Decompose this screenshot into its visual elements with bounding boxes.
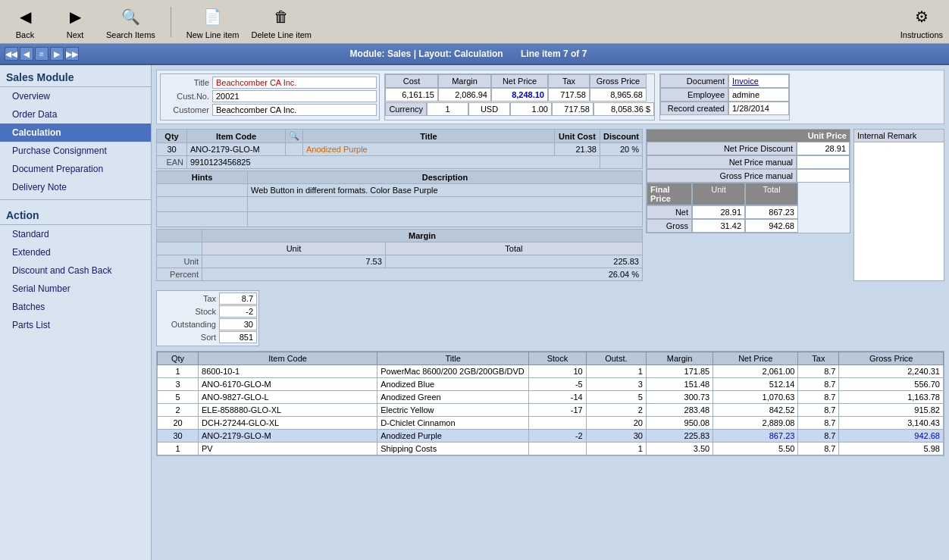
internal-remark-label: Internal Remark — [854, 130, 944, 142]
discount-header: Discount — [600, 130, 642, 143]
nav-next[interactable]: ▶ — [50, 47, 64, 61]
sidebar-item-delivery[interactable]: Delivery Note — [0, 178, 151, 196]
sidebar-item-partslist[interactable]: Parts List — [0, 316, 151, 334]
table-row[interactable]: 2ELE-858880-GLO-XLElectric Yellow-172283… — [158, 404, 944, 417]
cost-header: Cost — [385, 74, 438, 88]
module-layout: Module: Sales | Layout: Calculation — [350, 48, 503, 59]
delete-button[interactable]: Delete Line item — [252, 5, 312, 39]
custno-label: Cust.No. — [163, 92, 212, 101]
qty-value: 30 — [157, 143, 187, 156]
col-margin: Margin — [646, 352, 713, 365]
unitcost-value: 21.38 — [554, 143, 600, 156]
grossprice-header: Gross Price — [590, 74, 647, 88]
delete-label: Delete Line item — [252, 30, 312, 39]
sidebar-item-orderdata[interactable]: Order Data — [0, 105, 151, 124]
table-row[interactable]: 1PVShipping Costs13.505.508.75.98 — [158, 443, 944, 455]
customer-value: Beachcomber CA Inc. — [212, 104, 377, 116]
sidebar-item-serial[interactable]: Serial Number — [0, 280, 151, 298]
outstanding-input[interactable] — [219, 318, 257, 330]
grossprice-manual-label: Gross Price manual — [647, 169, 797, 183]
back-icon — [11, 5, 39, 29]
search-button[interactable]: Search Items — [106, 5, 155, 39]
ean-value: 9910123456825 — [187, 156, 600, 169]
document-value[interactable]: Invoice — [728, 74, 789, 88]
currency-label: Currency — [385, 102, 427, 116]
title-label: Title — [163, 78, 212, 87]
bottom-table: Qty Item Code Title Stock Outst. Margin … — [157, 352, 944, 455]
final-total-header: Total — [745, 183, 798, 205]
table-row[interactable]: 3ANO-6170-GLO-MAnodized Blue-53151.48512… — [158, 378, 944, 391]
main-layout: Sales Module Overview Order Data Calcula… — [0, 65, 949, 560]
hints-value3 — [157, 212, 248, 227]
currency-grid: Currency 1 USD 1.00 717.58 8,058.36 $ — [385, 102, 654, 116]
nav-first[interactable]: ◀◀ — [5, 47, 18, 61]
sort-input[interactable] — [219, 331, 257, 343]
grossprice-manual-input[interactable] — [797, 169, 850, 183]
record-value: 1/28/2014 — [728, 102, 789, 115]
instructions-button[interactable]: Instructions — [900, 5, 943, 39]
outstanding-row: Outstanding — [158, 318, 257, 330]
table-row[interactable]: 30ANO-2179-GLO-MAnodized Purple-230225.8… — [158, 430, 944, 443]
unit-sublabel: Unit — [157, 255, 202, 268]
next-button[interactable]: Next — [56, 5, 94, 39]
unit-value: 7.53 — [202, 255, 386, 268]
net-label: Net — [647, 205, 692, 219]
doc-block: Document Invoice Employee admine Record … — [659, 74, 790, 120]
search-icon-cell[interactable]: 🔍 — [286, 130, 303, 143]
netprice-manual-input[interactable] — [797, 155, 850, 169]
description-value3 — [248, 212, 643, 227]
back-label: Back — [16, 30, 34, 39]
back-button[interactable]: Back — [6, 5, 44, 39]
stock-input[interactable] — [219, 305, 257, 318]
percent-row: Percent 26.04 % — [157, 268, 643, 281]
discount-value: 20 % — [600, 143, 642, 156]
table-row[interactable]: 20DCH-27244-GLO-XLD-Chiclet Cinnamon2095… — [158, 417, 944, 430]
record-label: Record created — [660, 102, 728, 115]
currency-name: USD — [468, 102, 510, 116]
unit-header: Unit — [202, 242, 386, 255]
sidebar-item-discount[interactable]: Discount and Cash Back — [0, 261, 151, 280]
col-qty: Qty — [158, 352, 199, 365]
search-label: Search Items — [106, 30, 155, 39]
price-panel: Unit Price Net Price Discount Net Price … — [646, 129, 850, 233]
search-icon — [117, 5, 144, 29]
margin-header: Margin — [438, 74, 491, 88]
total-value: 225.83 — [385, 255, 642, 268]
netprice-manual-label: Net Price manual — [647, 155, 797, 169]
title-row: Title Beachcomber CA Inc. — [163, 77, 377, 89]
item-title-value: Anodized Purple — [303, 143, 555, 156]
table-row[interactable]: 18600-10-1PowerMac 8600/200 2GB/200GB/DV… — [158, 365, 944, 378]
bottom-table-wrapper: Qty Item Code Title Stock Outst. Margin … — [156, 351, 944, 456]
sidebar: Sales Module Overview Order Data Calcula… — [0, 65, 152, 560]
net-total-value: 867.23 — [745, 205, 798, 219]
sidebar-item-purchase[interactable]: Purchase Consignment — [0, 142, 151, 160]
newline-button[interactable]: New Line item — [186, 5, 240, 39]
sidebar-item-calculation[interactable]: Calculation — [0, 124, 151, 142]
ean-row: EAN 9910123456825 — [157, 156, 643, 169]
nav-last[interactable]: ▶▶ — [65, 47, 79, 61]
document-label: Document — [660, 74, 728, 88]
sidebar-item-extended[interactable]: Extended — [0, 243, 151, 261]
tax-label: Tax — [158, 294, 219, 303]
grossprice-manual-row: Gross Price manual — [647, 169, 850, 183]
nav-prev[interactable]: ◀ — [20, 47, 33, 61]
sidebar-item-batches[interactable]: Batches — [0, 298, 151, 316]
table-row[interactable]: 5ANO-9827-GLO-LAnodized Green-145300.731… — [158, 391, 944, 404]
sidebar-item-overview[interactable]: Overview — [0, 87, 151, 105]
margin-row: Unit Total — [157, 242, 643, 255]
gross-label: Gross — [647, 219, 692, 233]
internal-remark-input[interactable] — [854, 142, 944, 203]
sidebar-item-standard[interactable]: Standard — [0, 225, 151, 243]
sidebar-item-docprep[interactable]: Document Preparation — [0, 160, 151, 178]
tax-input[interactable] — [219, 293, 257, 305]
content-area: Title Beachcomber CA Inc. Cust.No. 20021… — [152, 65, 949, 560]
desc-row: Web Button in different formats. Color B… — [157, 184, 643, 197]
nav-list[interactable]: ≡ — [35, 47, 49, 61]
description-header: Description — [248, 171, 643, 184]
col-grossprice: Gross Price — [839, 352, 944, 365]
toolbar-separator — [171, 7, 171, 37]
final-price-label: Final Price — [647, 183, 692, 205]
customer-label: Customer — [163, 105, 212, 114]
netprice-discount-input[interactable] — [797, 142, 850, 155]
description-value2 — [248, 197, 643, 212]
